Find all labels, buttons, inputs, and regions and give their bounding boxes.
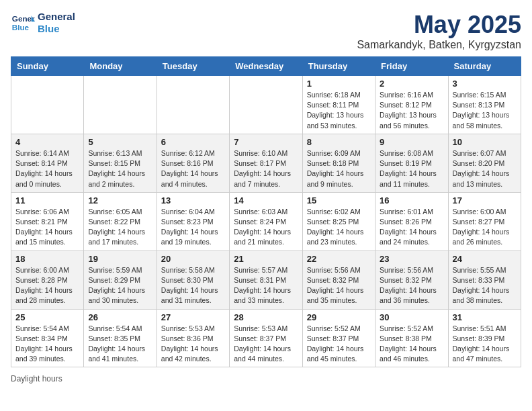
day-info: Sunrise: 6:04 AMSunset: 8:23 PMDaylight:… (161, 207, 225, 248)
day-number: 16 (380, 195, 443, 205)
day-number: 10 (453, 137, 517, 147)
day-number: 12 (88, 195, 152, 205)
day-info: Sunrise: 5:53 AMSunset: 8:36 PMDaylight:… (161, 324, 225, 365)
day-cell: 1Sunrise: 6:18 AMSunset: 8:11 PMDaylight… (302, 76, 375, 134)
day-cell: 15Sunrise: 6:02 AMSunset: 8:25 PMDayligh… (302, 192, 375, 250)
day-number: 20 (161, 254, 225, 264)
day-info: Sunrise: 6:18 AMSunset: 8:11 PMDaylight:… (307, 90, 371, 131)
day-info: Sunrise: 6:09 AMSunset: 8:18 PMDaylight:… (307, 148, 371, 189)
day-cell: 13Sunrise: 6:04 AMSunset: 8:23 PMDayligh… (157, 192, 229, 250)
day-cell: 25Sunrise: 5:54 AMSunset: 8:34 PMDayligh… (11, 309, 84, 367)
title-block: May 2025 Samarkandyk, Batken, Kyrgyzstan (357, 11, 521, 51)
day-info: Sunrise: 6:03 AMSunset: 8:24 PMDaylight:… (234, 207, 298, 248)
day-info: Sunrise: 5:52 AMSunset: 8:37 PMDaylight:… (307, 324, 371, 365)
logo-general: General (38, 11, 75, 23)
day-number: 21 (234, 254, 298, 264)
day-cell: 4Sunrise: 6:14 AMSunset: 8:14 PMDaylight… (11, 134, 84, 192)
day-cell: 14Sunrise: 6:03 AMSunset: 8:24 PMDayligh… (230, 192, 302, 250)
day-cell: 11Sunrise: 6:06 AMSunset: 8:21 PMDayligh… (11, 192, 84, 250)
col-header-tuesday: Tuesday (157, 57, 229, 76)
week-row-1: 1Sunrise: 6:18 AMSunset: 8:11 PMDaylight… (11, 76, 521, 134)
day-info: Sunrise: 5:57 AMSunset: 8:31 PMDaylight:… (234, 265, 298, 306)
day-number: 14 (234, 195, 298, 205)
day-info: Sunrise: 5:54 AMSunset: 8:35 PMDaylight:… (88, 324, 152, 365)
svg-text:Blue: Blue (12, 23, 30, 32)
day-number: 13 (161, 195, 225, 205)
day-info: Sunrise: 5:53 AMSunset: 8:37 PMDaylight:… (234, 324, 298, 365)
day-cell: 5Sunrise: 6:13 AMSunset: 8:15 PMDaylight… (84, 134, 157, 192)
day-cell (230, 76, 302, 134)
calendar-table: SundayMondayTuesdayWednesdayThursdayFrid… (11, 56, 521, 367)
day-number: 11 (15, 195, 79, 205)
day-cell: 10Sunrise: 6:07 AMSunset: 8:20 PMDayligh… (448, 134, 521, 192)
day-number: 1 (307, 79, 371, 89)
calendar-header-row: SundayMondayTuesdayWednesdayThursdayFrid… (11, 57, 521, 76)
day-cell: 31Sunrise: 5:51 AMSunset: 8:39 PMDayligh… (448, 309, 521, 367)
day-cell: 29Sunrise: 5:52 AMSunset: 8:37 PMDayligh… (302, 309, 375, 367)
day-number: 24 (453, 254, 517, 264)
day-info: Sunrise: 5:56 AMSunset: 8:32 PMDaylight:… (380, 265, 443, 306)
daylight-hours-label: Daylight hours (11, 374, 62, 383)
day-info: Sunrise: 6:02 AMSunset: 8:25 PMDaylight:… (307, 207, 371, 248)
col-header-sunday: Sunday (11, 57, 84, 76)
day-number: 6 (161, 137, 225, 147)
day-info: Sunrise: 6:08 AMSunset: 8:19 PMDaylight:… (380, 148, 443, 189)
day-cell: 12Sunrise: 6:05 AMSunset: 8:22 PMDayligh… (84, 192, 157, 250)
week-row-2: 4Sunrise: 6:14 AMSunset: 8:14 PMDaylight… (11, 134, 521, 192)
day-info: Sunrise: 6:12 AMSunset: 8:16 PMDaylight:… (161, 148, 225, 189)
day-cell: 3Sunrise: 6:15 AMSunset: 8:13 PMDaylight… (448, 76, 521, 134)
day-cell: 9Sunrise: 6:08 AMSunset: 8:19 PMDaylight… (375, 134, 448, 192)
day-number: 26 (88, 312, 152, 322)
day-cell (84, 76, 157, 134)
day-cell: 26Sunrise: 5:54 AMSunset: 8:35 PMDayligh… (84, 309, 157, 367)
day-number: 28 (234, 312, 298, 322)
day-number: 19 (88, 254, 152, 264)
col-header-thursday: Thursday (302, 57, 375, 76)
day-cell: 30Sunrise: 5:52 AMSunset: 8:38 PMDayligh… (375, 309, 448, 367)
day-number: 27 (161, 312, 225, 322)
logo: General Blue General Blue (11, 11, 75, 35)
day-cell: 22Sunrise: 5:56 AMSunset: 8:32 PMDayligh… (302, 250, 375, 309)
day-number: 17 (453, 195, 517, 205)
day-number: 3 (453, 79, 517, 89)
day-info: Sunrise: 6:14 AMSunset: 8:14 PMDaylight:… (15, 148, 79, 189)
day-cell: 20Sunrise: 5:58 AMSunset: 8:30 PMDayligh… (157, 250, 229, 309)
day-cell: 2Sunrise: 6:16 AMSunset: 8:12 PMDaylight… (375, 76, 448, 134)
logo-blue: Blue (38, 23, 75, 35)
day-info: Sunrise: 5:55 AMSunset: 8:33 PMDaylight:… (453, 265, 517, 306)
day-info: Sunrise: 5:59 AMSunset: 8:29 PMDaylight:… (88, 265, 152, 306)
day-cell: 19Sunrise: 5:59 AMSunset: 8:29 PMDayligh… (84, 250, 157, 309)
day-number: 31 (453, 312, 517, 322)
day-cell: 16Sunrise: 6:01 AMSunset: 8:26 PMDayligh… (375, 192, 448, 250)
day-number: 2 (380, 79, 443, 89)
day-info: Sunrise: 5:52 AMSunset: 8:38 PMDaylight:… (380, 324, 443, 365)
day-info: Sunrise: 6:13 AMSunset: 8:15 PMDaylight:… (88, 148, 152, 189)
col-header-saturday: Saturday (448, 57, 521, 76)
day-number: 22 (307, 254, 371, 264)
day-info: Sunrise: 5:51 AMSunset: 8:39 PMDaylight:… (453, 324, 517, 365)
day-info: Sunrise: 6:00 AMSunset: 8:27 PMDaylight:… (453, 207, 517, 248)
day-number: 25 (15, 312, 79, 322)
week-row-4: 18Sunrise: 6:00 AMSunset: 8:28 PMDayligh… (11, 250, 521, 309)
day-number: 7 (234, 137, 298, 147)
day-info: Sunrise: 6:07 AMSunset: 8:20 PMDaylight:… (453, 148, 517, 189)
day-cell: 21Sunrise: 5:57 AMSunset: 8:31 PMDayligh… (230, 250, 302, 309)
day-info: Sunrise: 6:01 AMSunset: 8:26 PMDaylight:… (380, 207, 443, 248)
col-header-wednesday: Wednesday (230, 57, 302, 76)
day-number: 23 (380, 254, 443, 264)
week-row-5: 25Sunrise: 5:54 AMSunset: 8:34 PMDayligh… (11, 309, 521, 367)
month-title: May 2025 (357, 11, 521, 39)
day-cell: 8Sunrise: 6:09 AMSunset: 8:18 PMDaylight… (302, 134, 375, 192)
col-header-monday: Monday (84, 57, 157, 76)
day-number: 8 (307, 137, 371, 147)
day-cell: 24Sunrise: 5:55 AMSunset: 8:33 PMDayligh… (448, 250, 521, 309)
day-cell: 17Sunrise: 6:00 AMSunset: 8:27 PMDayligh… (448, 192, 521, 250)
col-header-friday: Friday (375, 57, 448, 76)
day-number: 18 (15, 254, 79, 264)
day-info: Sunrise: 5:58 AMSunset: 8:30 PMDaylight:… (161, 265, 225, 306)
day-info: Sunrise: 6:10 AMSunset: 8:17 PMDaylight:… (234, 148, 298, 189)
day-number: 5 (88, 137, 152, 147)
week-row-3: 11Sunrise: 6:06 AMSunset: 8:21 PMDayligh… (11, 192, 521, 250)
day-cell: 7Sunrise: 6:10 AMSunset: 8:17 PMDaylight… (230, 134, 302, 192)
day-info: Sunrise: 6:15 AMSunset: 8:13 PMDaylight:… (453, 90, 517, 131)
